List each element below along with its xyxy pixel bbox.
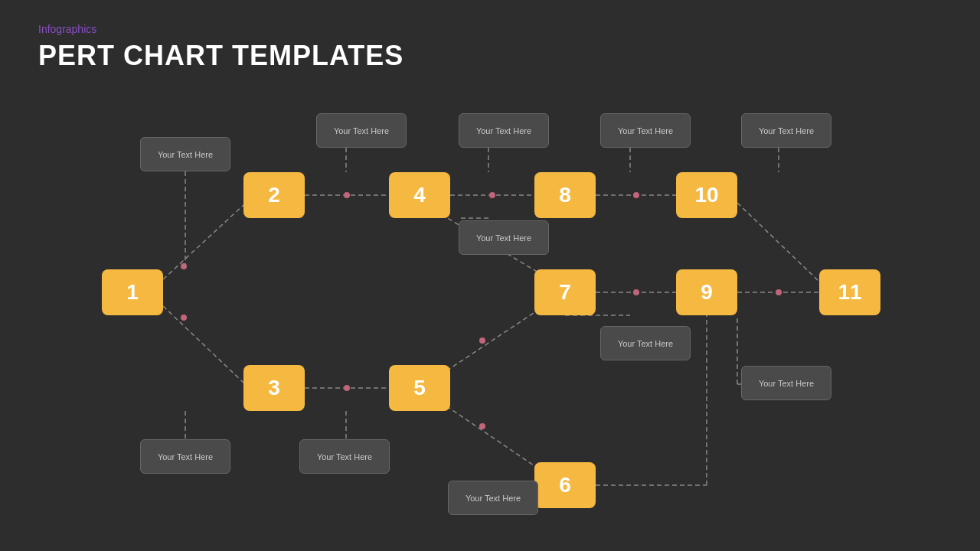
svg-point-19 [633,289,639,295]
text-node-8: Your Text Here [741,366,831,400]
svg-point-22 [776,289,782,295]
svg-point-1 [181,263,187,269]
node-10: 10 [676,172,737,218]
svg-line-14 [440,402,544,472]
text-node-7: Your Text Here [600,326,691,360]
node-1: 1 [102,269,163,315]
node-4: 4 [389,172,450,218]
svg-line-12 [440,302,550,375]
node-11: 11 [819,269,880,315]
text-node-9: Your Text Here [140,439,230,474]
text-node-5: Your Text Here [741,113,831,148]
node-9: 9 [676,269,737,315]
svg-line-0 [163,205,243,279]
category-label: Infographics [38,23,403,35]
node-3: 3 [243,365,305,411]
svg-point-3 [181,315,187,321]
text-node-10: Your Text Here [299,439,390,474]
text-node-6: Your Text Here [459,220,549,255]
header: Infographics PERT CHART TEMPLATES [38,23,403,72]
text-node-11: Your Text Here [448,481,538,515]
svg-point-5 [344,192,350,198]
svg-point-17 [633,192,639,198]
page-title: PERT CHART TEMPLATES [38,40,403,72]
text-node-4: Your Text Here [600,113,691,148]
text-node-2: Your Text Here [316,113,407,148]
node-6: 6 [534,462,596,508]
text-node-3: Your Text Here [459,113,549,148]
svg-line-20 [737,203,819,282]
svg-point-7 [344,385,350,391]
node-7: 7 [534,269,596,315]
node-2: 2 [243,172,305,218]
text-node-1: Your Text Here [140,137,230,171]
node-8: 8 [534,172,596,218]
node-5: 5 [389,365,450,411]
svg-point-13 [479,337,485,344]
svg-line-2 [163,306,243,383]
svg-point-9 [489,192,495,198]
svg-point-15 [479,423,485,429]
